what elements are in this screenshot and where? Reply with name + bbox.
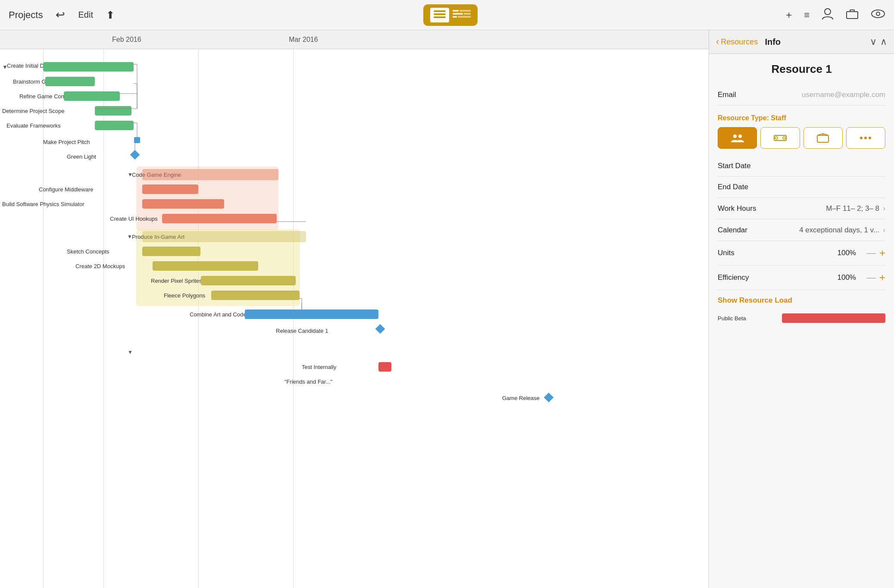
task-bar-mockups	[153, 261, 258, 271]
section-gap-1	[718, 106, 885, 114]
efficiency-row: Efficiency 100% — +	[718, 266, 885, 290]
efficiency-increase-button[interactable]: +	[879, 272, 885, 284]
toolbar-left: Projects ↩ Edit ⬆	[9, 8, 115, 22]
end-date-label: End Date	[718, 183, 748, 191]
task-row-assemble[interactable]: ▼	[0, 345, 709, 360]
email-value: username@example.com	[802, 91, 885, 99]
task-label-middleware: Configure Middleware	[39, 186, 93, 193]
task-row-middleware[interactable]: Configure Middleware	[0, 182, 709, 197]
show-resource-load[interactable]: Show Resource Load	[718, 290, 885, 311]
view-selector[interactable]	[423, 4, 478, 26]
task-label-polygons: Fleece Polygons	[164, 292, 205, 299]
task-row-release-candidate[interactable]: Release Candidate 1	[0, 323, 709, 338]
start-date-row[interactable]: Start Date	[718, 156, 885, 177]
task-row-mockups[interactable]: Create 2D Mockups	[0, 259, 709, 273]
eye-button[interactable]	[871, 9, 885, 21]
main-content: Feb 2016 Mar 2016 ▼ Create Initial Desig…	[0, 30, 894, 588]
task-row-sketch[interactable]: Sketch Concepts	[0, 244, 709, 259]
task-bar-physics	[142, 199, 224, 209]
task-label-test: Test Internally	[302, 364, 336, 370]
projects-button[interactable]: Projects	[9, 9, 43, 21]
resource-name: Resource 1	[718, 63, 885, 76]
email-row: Email username@example.com	[718, 84, 885, 106]
task-row-ui-hookups[interactable]: Create UI Hookups	[0, 211, 709, 226]
list-view-icon	[430, 8, 449, 22]
task-bar-middleware	[142, 185, 198, 194]
svg-rect-0	[434, 10, 446, 12]
task-row-greenlight[interactable]: Green Light	[0, 149, 709, 164]
resource-type-material[interactable]	[803, 127, 843, 149]
panel-back-button[interactable]: ‹ Resources	[716, 36, 758, 47]
panel-nav-buttons: ∨ ∧	[870, 36, 887, 47]
panel-nav-up[interactable]: ∧	[880, 36, 887, 47]
task-label-greenlight: Green Light	[67, 153, 96, 160]
task-bar-create-initial	[43, 62, 134, 72]
task-bar-polygons	[211, 291, 300, 300]
task-label-game-release: Game Release	[502, 395, 540, 401]
task-row-pitch[interactable]: Make Project Pitch	[0, 134, 709, 149]
units-decrease-button[interactable]: —	[866, 247, 876, 259]
svg-point-19	[775, 137, 778, 139]
briefcase-button[interactable]	[846, 8, 859, 22]
task-row-scope[interactable]: Determine Project Scope	[0, 103, 709, 118]
task-row-brainstorm[interactable]: Brainstorm Gameplay	[0, 74, 709, 89]
person-button[interactable]	[822, 7, 834, 23]
units-increase-button[interactable]: +	[879, 247, 885, 259]
resource-type-label: Resource Type: Staff	[718, 114, 885, 122]
svg-rect-10	[847, 12, 858, 19]
work-hours-row[interactable]: Work Hours M–F 11– 2; 3– 8 ›	[718, 198, 885, 219]
resource-type-equipment[interactable]	[760, 127, 800, 149]
svg-point-24	[864, 137, 867, 139]
share-button[interactable]: ⬆	[106, 9, 115, 21]
gantt-body[interactable]: ▼ Create Initial Design Brainstorm Gamep…	[0, 49, 709, 588]
public-beta-row: Public Beta	[718, 311, 885, 325]
task-row-create-initial-design[interactable]: ▼ Create Initial Design	[0, 59, 709, 74]
panel-nav-down[interactable]: ∨	[870, 36, 877, 47]
task-bar-sprites	[201, 276, 296, 285]
task-row-sprites[interactable]: Render Pixel Sprites	[0, 273, 709, 288]
task-label-mockups: Create 2D Mockups	[75, 263, 125, 269]
task-label-friends: "Friends and Far..."	[284, 378, 332, 385]
start-date-label: Start Date	[718, 162, 751, 170]
work-hours-label: Work Hours	[718, 204, 756, 213]
svg-point-9	[825, 9, 831, 15]
task-row-art[interactable]: ▼ Produce In-Game Art	[0, 229, 709, 244]
task-bar-art-bg	[142, 231, 306, 242]
resource-type-staff[interactable]	[718, 127, 757, 149]
svg-rect-5	[453, 13, 463, 15]
undo-button[interactable]: ↩	[56, 8, 65, 22]
task-row-polygons[interactable]: Fleece Polygons	[0, 288, 709, 303]
task-label-scope: Determine Project Scope	[2, 108, 65, 114]
panel-content: Resource 1 Email username@example.com Re…	[709, 54, 894, 588]
resource-type-buttons	[718, 127, 885, 149]
toolbar-center	[115, 4, 786, 26]
public-beta-bar	[782, 313, 885, 323]
units-label: Units	[718, 249, 735, 257]
svg-rect-18	[774, 135, 786, 141]
task-row-friends[interactable]: "Friends and Far..."	[0, 374, 709, 389]
task-row-combine[interactable]: Combine Art and Code	[0, 307, 709, 322]
end-date-row[interactable]: End Date	[718, 177, 885, 198]
add-button[interactable]: +	[786, 9, 792, 21]
svg-point-11	[872, 10, 885, 18]
lines-button[interactable]: ≡	[804, 9, 810, 21]
task-label-pitch: Make Project Pitch	[43, 139, 90, 145]
efficiency-decrease-button[interactable]: —	[866, 272, 876, 283]
task-row-code-engine[interactable]: ▼ Code Game Engine	[0, 167, 709, 182]
resource-type-other[interactable]	[846, 127, 885, 149]
task-label-ui-hookups: Create UI Hookups	[110, 216, 158, 222]
task-label-release-candidate: Release Candidate 1	[276, 328, 328, 334]
task-row-refine[interactable]: Refine Game Concepts	[0, 89, 709, 103]
task-bar-sketch	[142, 247, 200, 256]
svg-point-12	[876, 12, 880, 16]
edit-button[interactable]: Edit	[78, 10, 93, 20]
svg-rect-6	[464, 13, 471, 15]
svg-point-17	[738, 134, 742, 138]
calendar-row[interactable]: Calendar 4 exceptional days, 1 v... ›	[718, 219, 885, 241]
task-row-evaluate[interactable]: Evaluate Frameworks	[0, 118, 709, 133]
calendar-arrow-icon: ›	[883, 225, 885, 235]
task-bar-test	[378, 362, 391, 372]
task-row-physics[interactable]: Build Software Physics Simulator	[0, 197, 709, 211]
svg-point-20	[783, 137, 785, 139]
task-row-test[interactable]: Test Internally	[0, 360, 709, 374]
